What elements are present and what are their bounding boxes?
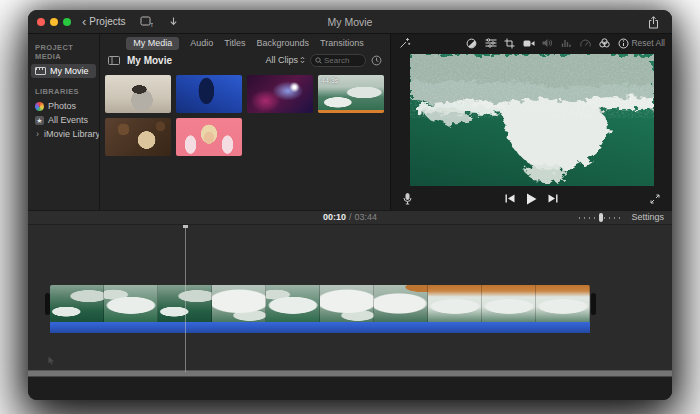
sidebar-item-label: My Movie (50, 66, 89, 76)
thumbnail-zoom-slider[interactable] (579, 213, 623, 222)
timeline-clip-ocean-wave[interactable] (50, 285, 590, 333)
transport-controls (391, 188, 672, 210)
media-grid: 44.3s (100, 69, 390, 162)
color-correction-icon[interactable] (485, 37, 497, 49)
chevron-left-icon: ‹ (82, 18, 86, 26)
viewer-panel: Reset All (390, 34, 672, 210)
disclosure-icon[interactable]: › (35, 129, 40, 139)
color-balance-icon[interactable] (466, 37, 478, 49)
library-panel-icon[interactable]: T (140, 16, 153, 27)
libraries-header: LIBRARIES (28, 87, 99, 99)
next-frame-button[interactable] (548, 194, 558, 203)
enhance-wand-icon[interactable] (399, 37, 411, 49)
timeline-area[interactable] (28, 225, 672, 401)
sidebar-item-all-events[interactable]: ★ All Events (31, 113, 96, 127)
galaxy-clip[interactable] (247, 75, 313, 113)
coffee-clip[interactable] (105, 118, 171, 156)
filter-label: All Clips (265, 55, 298, 65)
current-time: 00:10 (323, 212, 346, 222)
noise-reduction-icon[interactable] (561, 37, 573, 49)
sidebar-item-photos[interactable]: Photos (31, 99, 96, 113)
trim-handle-left[interactable] (45, 293, 50, 315)
viewer-toolbar: Reset All (391, 34, 672, 52)
sidebar-toggle-icon[interactable] (108, 56, 120, 65)
sidebar-item-label: All Events (48, 115, 88, 125)
exercise-ball-clip[interactable] (105, 75, 171, 113)
project-media-header: PROJECT MEDIA (28, 43, 99, 64)
volume-icon[interactable] (542, 37, 554, 49)
projects-back-label: Projects (89, 17, 125, 27)
stabilization-icon[interactable] (523, 37, 535, 49)
mouse-cursor (48, 356, 55, 365)
tab-titles[interactable]: Titles (224, 39, 245, 48)
timeline-toolbar: 00:10 / 03:44 Settings (28, 210, 672, 225)
media-browser: My Media Audio Titles Backgrounds Transi… (100, 34, 390, 210)
used-clip-indicator (318, 110, 384, 113)
timeline-scrollbar[interactable] (28, 370, 672, 377)
viewer-stage (391, 52, 672, 188)
tab-backgrounds[interactable]: Backgrounds (256, 39, 309, 48)
search-field[interactable] (310, 54, 366, 67)
media-tabs: My Media Audio Titles Backgrounds Transi… (100, 35, 390, 51)
all-events-star-icon: ★ (35, 116, 44, 125)
svg-text:T: T (150, 22, 153, 28)
projects-back-button[interactable]: ‹ Projects (82, 17, 125, 27)
browser-header: My Movie All Clips (100, 51, 390, 69)
voiceover-mic-icon[interactable] (403, 193, 412, 205)
sidebar-item-imovie-library[interactable]: › iMovie Library (31, 127, 96, 141)
minimize-button[interactable] (50, 18, 58, 26)
speed-icon[interactable] (580, 37, 592, 49)
sidebar-item-my-movie[interactable]: My Movie (31, 64, 96, 78)
sidebar-item-label: iMovie Library (44, 129, 100, 139)
play-button[interactable] (526, 193, 537, 205)
ocean-wave-clip[interactable]: 44.3s (318, 75, 384, 113)
underwater-clip[interactable] (176, 75, 242, 113)
tab-transitions[interactable]: Transitions (320, 39, 364, 48)
search-input[interactable] (324, 56, 361, 65)
chevron-updown-icon (300, 56, 305, 64)
traffic-lights (37, 18, 71, 26)
import-arrow-icon[interactable] (168, 16, 179, 27)
preview-video[interactable] (410, 54, 654, 186)
timeline-footer (28, 377, 672, 400)
zoom-button[interactable] (63, 18, 71, 26)
fullscreen-icon[interactable] (650, 194, 660, 204)
titlebar: ‹ Projects T My Movie (28, 10, 672, 34)
info-icon[interactable] (618, 37, 630, 49)
clock-icon[interactable] (371, 55, 382, 66)
time-display: 00:10 / 03:44 (323, 212, 377, 222)
project-film-icon (35, 67, 46, 75)
clip-duration-badge: 44.3s (321, 77, 338, 84)
imovie-window: ‹ Projects T My Movie PROJECT MEDIA My M… (28, 10, 672, 400)
sidebar-item-label: Photos (48, 101, 76, 111)
browser-title: My Movie (127, 55, 172, 66)
tab-my-media[interactable]: My Media (126, 37, 179, 50)
time-separator: / (349, 212, 352, 222)
previous-frame-button[interactable] (505, 194, 515, 203)
clip-filmstrip (50, 285, 590, 322)
slider-thumb[interactable] (599, 213, 603, 222)
reset-all-button[interactable]: Reset All (631, 38, 665, 48)
search-icon (315, 57, 322, 64)
all-clips-dropdown[interactable]: All Clips (265, 55, 305, 65)
settings-button[interactable]: Settings (631, 212, 664, 222)
clip-filter-icon[interactable] (599, 37, 611, 49)
playhead[interactable] (185, 225, 186, 372)
crop-icon[interactable] (504, 37, 516, 49)
close-button[interactable] (37, 18, 45, 26)
clip-audio-waveform (50, 322, 590, 333)
photos-pinwheel-icon (35, 102, 44, 111)
sidebar: PROJECT MEDIA My Movie LIBRARIES Photos … (28, 34, 100, 210)
pink-portrait-clip[interactable] (176, 118, 242, 156)
trim-handle-right[interactable] (591, 293, 596, 315)
share-icon[interactable] (648, 16, 659, 29)
total-time: 03:44 (355, 212, 378, 222)
tab-audio[interactable]: Audio (190, 39, 213, 48)
main-area: PROJECT MEDIA My Movie LIBRARIES Photos … (28, 34, 672, 210)
